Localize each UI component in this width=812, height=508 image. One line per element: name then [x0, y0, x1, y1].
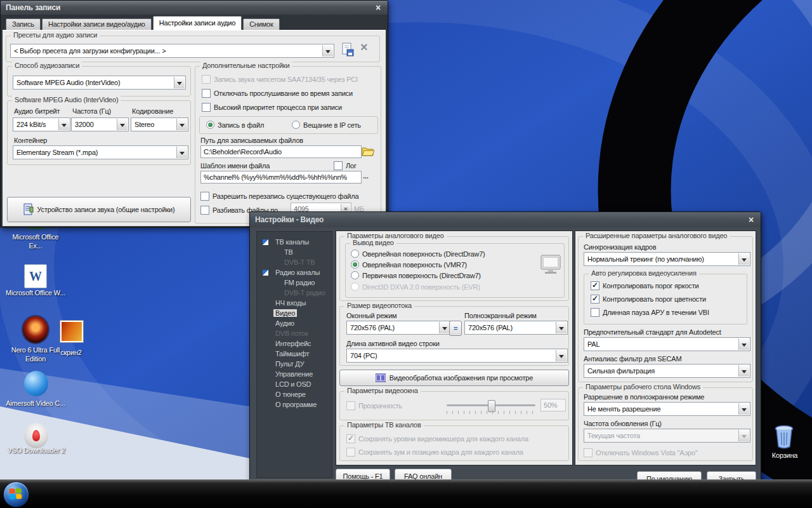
record-to-file-radio[interactable]: Запись в файл [206, 120, 264, 130]
sound-device-button[interactable]: Устройство записи звука (общие настройки… [7, 197, 191, 222]
chevron-down-icon[interactable] [117, 119, 128, 130]
log-checkbox[interactable]: Лог [334, 161, 357, 170]
tree-item-tv[interactable]: ТВ [257, 247, 332, 257]
mute-while-recording-checkbox[interactable]: Отключать прослушивание во время записи [202, 88, 353, 98]
save-preset-icon[interactable] [341, 43, 354, 57]
word-icon[interactable]: W [24, 264, 47, 288]
high-priority-checkbox[interactable]: Высокий приоритет процесса при записи [202, 102, 342, 112]
recording-panel-tabs: Запись Настройки записи видео/аудио Наст… [6, 17, 281, 30]
container-select[interactable]: Elementary Stream (*.mpa) [13, 145, 188, 159]
recording-panel-titlebar[interactable]: Панель записи × [1, 1, 388, 15]
tree-item-audio[interactable]: Аудио [257, 318, 332, 328]
checkbox-icon[interactable] [334, 161, 343, 170]
radio-icon[interactable] [292, 121, 300, 129]
browse-folder-icon[interactable] [362, 145, 374, 157]
video-processing-button[interactable]: Видеообработка изображения при просмотре [339, 370, 569, 386]
overwrite-checkbox[interactable]: Разрешить перезапись существующего файла [200, 191, 358, 201]
tab-video-audio-settings[interactable]: Настройки записи видео/аудио [42, 18, 152, 30]
expander-icon[interactable] [263, 270, 268, 276]
chevron-down-icon[interactable] [738, 403, 749, 415]
delete-preset-icon[interactable]: × [360, 40, 367, 55]
brightness-threshold-checkbox[interactable]: Контролировать порог яркости [591, 281, 698, 290]
chevron-down-icon[interactable] [439, 322, 450, 333]
tab-snapshot[interactable]: Снимок [243, 18, 279, 30]
agc-vbi-pause-checkbox[interactable]: Длинная пауза АРУ в течении VBI [591, 307, 709, 317]
radio-icon[interactable] [351, 250, 359, 258]
tree-item-timeshift[interactable]: Таймшифт [257, 349, 332, 359]
frequency-select[interactable]: 32000 [71, 117, 129, 131]
overlay-vmr7-radio[interactable]: Оверлейная поверхность (VMR7) [351, 260, 467, 269]
desktop-icon-label[interactable]: Microsoft Office Ex... [5, 232, 66, 250]
vso-downloader-icon[interactable] [24, 423, 48, 448]
desktop-icon-label[interactable]: VSO Downloader 2 [1, 446, 71, 455]
fullscreen-size-select[interactable]: 720x576 (PAL) [464, 321, 568, 335]
tree-item-lcd-osd[interactable]: LCD и OSD [257, 379, 332, 389]
checkbox-icon[interactable] [200, 192, 209, 201]
tree-item-about-program[interactable]: О программе [257, 399, 332, 410]
checkbox-icon[interactable] [591, 295, 599, 304]
desktop-icon-label[interactable]: скрин2 [53, 348, 89, 357]
active-line-select[interactable]: 704 (PC) [346, 349, 568, 363]
chevron-down-icon[interactable] [738, 253, 749, 265]
chevron-down-icon[interactable] [174, 77, 185, 88]
start-button[interactable] [3, 481, 29, 507]
encoding-select[interactable]: Stereo [131, 117, 188, 131]
tree-item-tv-channels[interactable]: ТВ каналы [257, 237, 332, 247]
fullscreen-resolution-select[interactable]: Не менять разрешение [584, 402, 750, 416]
checkbox-icon[interactable] [591, 308, 599, 317]
primary-dd7-radio[interactable]: Первичная поверхность (DirectDraw7) [351, 271, 481, 280]
preset-select[interactable]: < Выбор пресета для загрузки конфигураци… [10, 44, 334, 58]
radio-icon[interactable] [351, 271, 359, 279]
checkbox-icon[interactable] [591, 281, 599, 290]
tab-audio-settings[interactable]: Настройки записи аудио [153, 16, 242, 30]
group-label: Авто регулировка видеоусиления [589, 269, 699, 277]
tree-item-lf-inputs[interactable]: НЧ входы [257, 298, 332, 308]
frame-sync-select[interactable]: Нормальный трекинг (по умолчанию) [584, 252, 750, 266]
tree-item-video[interactable]: Видео [257, 308, 332, 318]
tab-record[interactable]: Запись [6, 18, 41, 30]
chevron-down-icon[interactable] [556, 322, 566, 333]
tree-item-interface[interactable]: Интерфейс [257, 338, 332, 349]
chevron-down-icon[interactable] [176, 147, 187, 158]
windowed-size-select[interactable]: 720x576 (PAL) [346, 321, 451, 335]
settings-titlebar[interactable]: Настройки - Видео × [250, 212, 761, 227]
record-path-input[interactable]: C:\Beholder\Record\Audio [200, 145, 362, 158]
desktop-icon-label[interactable]: Корзина [765, 451, 804, 460]
radio-icon[interactable] [206, 121, 214, 129]
tree-item-radio-channels[interactable]: Радио каналы [257, 267, 332, 277]
nero-icon[interactable] [23, 316, 48, 343]
chroma-threshold-checkbox[interactable]: Контролировать порог цветности [591, 294, 706, 304]
checkbox-icon[interactable] [202, 103, 211, 112]
tree-item-remote[interactable]: Пульт ДУ [257, 359, 332, 369]
chevron-down-icon[interactable] [58, 119, 69, 130]
preferred-standard-select[interactable]: PAL [584, 337, 750, 351]
filename-template-input[interactable]: %channel% (%yy%%mm%%dd%-%hh%%nn% [200, 171, 362, 184]
radio-icon[interactable] [351, 260, 359, 269]
chevron-down-icon[interactable] [738, 338, 749, 350]
aimersoft-icon[interactable] [24, 371, 48, 396]
transparency-slider[interactable] [447, 404, 535, 406]
expander-icon[interactable] [263, 239, 268, 245]
desktop-icon-label[interactable]: Aimersoft Video C... [5, 399, 66, 408]
audio-method-select[interactable]: Software MPEG Audio (InterVideo) [13, 76, 186, 90]
bitrate-select[interactable]: 224 kBit/s [13, 117, 70, 131]
desktop-icon-label[interactable]: Microsoft Office W... [5, 288, 66, 297]
close-icon[interactable]: × [372, 2, 384, 13]
equal-sizes-button[interactable]: = [449, 321, 462, 336]
chevron-down-icon[interactable] [176, 119, 187, 130]
tree-item-control[interactable]: Управление [257, 369, 332, 379]
screenshot-thumbnail-icon[interactable] [60, 320, 84, 343]
overlay-dd7-radio[interactable]: Оверлейная поверхность (DirectDraw7) [351, 249, 485, 258]
tree-item-fm-radio[interactable]: FM радио [257, 277, 332, 288]
chevron-down-icon[interactable] [322, 45, 333, 57]
chevron-down-icon[interactable] [556, 350, 566, 361]
checkbox-icon[interactable] [202, 89, 211, 98]
chevron-down-icon[interactable] [738, 365, 749, 377]
antialias-select[interactable]: Сильная фильтрация [584, 364, 750, 378]
checkbox-icon[interactable] [200, 206, 209, 215]
broadcast-ip-radio[interactable]: Вещание в IP сеть [292, 120, 361, 130]
close-icon[interactable]: × [745, 214, 757, 225]
template-more-button[interactable]: ... [363, 172, 369, 180]
recycle-bin-icon[interactable] [773, 423, 796, 450]
tree-item-about-tuner[interactable]: О тюнере [257, 389, 332, 399]
